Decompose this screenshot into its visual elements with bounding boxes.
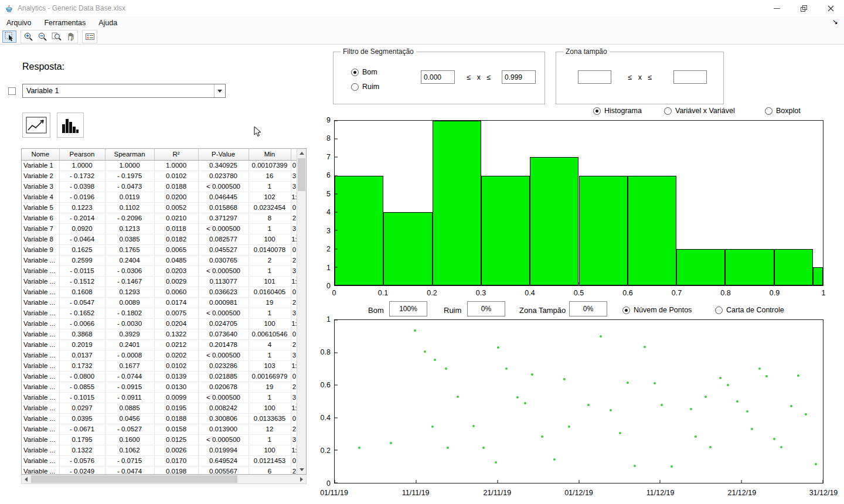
table-cell[interactable]: 0.1765 (105, 244, 154, 255)
table-cell[interactable]: Variable 1 (22, 160, 59, 171)
table-cell[interactable]: 0.0200 (154, 192, 198, 202)
table-cell[interactable]: - 0.0249 (59, 466, 105, 475)
line-chart-button[interactable] (22, 113, 50, 138)
table-cell[interactable]: 1 (249, 265, 291, 276)
legend-icon[interactable] (83, 30, 97, 43)
table-cell[interactable]: 0.0485 (154, 255, 198, 265)
table-cell[interactable]: 0.1213 (105, 223, 154, 234)
table-cell[interactable]: Variable ... (22, 318, 59, 329)
table-cell[interactable]: Variable 5 (22, 202, 59, 213)
table-cell[interactable]: Variable 7 (22, 223, 59, 234)
table-cell[interactable]: 19 (249, 297, 291, 308)
table-cell[interactable]: 0.0029 (154, 276, 198, 287)
zoom-out-icon[interactable] (35, 30, 49, 43)
table-row[interactable]: Variable ...- 0.0115- 0.03060.0203< 0.00… (22, 265, 298, 276)
table-row[interactable]: Variable ...- 0.0066- 0.00300.02040.0247… (22, 318, 298, 329)
table-cell[interactable]: 0.0118 (154, 223, 198, 234)
radio-histograma-icon[interactable] (593, 107, 601, 115)
table-cell[interactable]: - 0.0066 (59, 318, 105, 329)
table-cell[interactable]: < 0.000500 (198, 308, 249, 318)
table-cell[interactable]: 0.1600 (105, 434, 154, 445)
table-cell[interactable]: 0.0232454 (249, 202, 291, 213)
table-cell[interactable]: - 0.0547 (59, 297, 105, 308)
table-row[interactable]: Variable 11.00001.00001.00000.3409250.00… (22, 160, 298, 171)
table-row[interactable]: Variable 50.12230.11020.00520.0158680.02… (22, 202, 298, 213)
table-cell[interactable]: 2 (249, 255, 291, 265)
column-header[interactable]: R² (154, 149, 198, 160)
table-cell[interactable]: - 0.1732 (59, 171, 105, 181)
table-row[interactable]: Variable ...- 0.0576- 0.07150.01700.6495… (22, 455, 298, 466)
table-cell[interactable]: - 0.2014 (59, 213, 105, 223)
table-cell[interactable]: 0.000981 (198, 297, 249, 308)
menu-arquivo[interactable]: Arquivo (0, 17, 38, 29)
table-row[interactable]: Variable 3- 0.0398- 0.04730.0188< 0.0005… (22, 181, 298, 192)
table-cell[interactable]: 0.0456 (105, 413, 154, 424)
table-cell[interactable]: Variable ... (22, 403, 59, 413)
table-cell[interactable]: < 0.000500 (198, 265, 249, 276)
table-cell[interactable]: 0.0198 (154, 466, 198, 475)
variable-dropdown[interactable]: Variable 1 (22, 84, 226, 98)
scroll-left-arrow-icon[interactable] (22, 475, 30, 483)
table-cell[interactable]: - 0.0030 (105, 318, 154, 329)
table-row[interactable]: Variable ...0.02970.08850.01950.00824210… (22, 403, 298, 413)
table-row[interactable]: Variable ...- 0.0671- 0.05270.01580.0139… (22, 424, 298, 434)
maximize-button[interactable] (790, 0, 817, 16)
table-cell[interactable]: 0.0089 (105, 297, 154, 308)
table-cell[interactable]: 8 (249, 213, 291, 223)
radio-nuvem-de-pontos-icon[interactable] (622, 307, 630, 314)
table-cell[interactable]: 1 (249, 434, 291, 445)
scroll-up-arrow-icon[interactable] (297, 149, 306, 158)
table-cell[interactable]: 0.024705 (198, 318, 249, 329)
vertical-scrollbar-thumb[interactable] (298, 158, 305, 191)
table-cell[interactable]: - 0.1975 (105, 171, 154, 181)
close-button[interactable] (817, 0, 844, 16)
table-cell[interactable]: 1.0000 (59, 160, 105, 171)
table-vertical-scrollbar[interactable] (297, 149, 306, 474)
table-cell[interactable]: 0.046445 (198, 192, 249, 202)
radio-nuvem-de-pontos[interactable]: Núvem de Pontos (622, 306, 692, 314)
buffer-zone-max-input[interactable] (673, 70, 707, 84)
table-cell[interactable]: 103 (249, 360, 291, 371)
table-cell[interactable]: 0.1223 (59, 202, 105, 213)
table-cell[interactable]: 16 (249, 171, 291, 181)
table-cell[interactable]: 0.00166979 (249, 371, 291, 382)
table-cell[interactable]: 0.045527 (198, 244, 249, 255)
table-cell[interactable]: 0.1625 (59, 244, 105, 255)
table-cell[interactable]: 1 (249, 392, 291, 403)
table-cell[interactable]: < 0.000500 (198, 434, 249, 445)
horizontal-scrollbar-thumb[interactable] (31, 475, 237, 483)
table-cell[interactable]: 100 (249, 445, 291, 455)
table-cell[interactable]: 0.0140078 (249, 244, 291, 255)
table-cell[interactable]: 0.0121453 (249, 455, 291, 466)
table-cell[interactable]: 0.0920 (59, 223, 105, 234)
table-cell[interactable]: 0.0026 (154, 445, 198, 455)
table-cell[interactable]: 0.300806 (198, 413, 249, 424)
pan-hand-icon[interactable] (63, 30, 77, 43)
table-cell[interactable]: Variable 3 (22, 181, 59, 192)
table-cell[interactable]: < 0.000500 (198, 223, 249, 234)
table-cell[interactable]: Variable ... (22, 466, 59, 475)
table-row[interactable]: Variable ...- 0.0800- 0.07440.01390.0218… (22, 371, 298, 382)
table-cell[interactable]: 1 (249, 350, 291, 360)
table-cell[interactable]: 0.0212 (154, 339, 198, 350)
table-cell[interactable]: Variable ... (22, 455, 59, 466)
table-row[interactable]: Variable 70.09200.12130.0118< 0.00050013 (22, 223, 298, 234)
zoom-in-icon[interactable] (21, 30, 35, 43)
radio-carta-de-controle-icon[interactable] (715, 307, 723, 314)
table-cell[interactable]: Variable ... (22, 445, 59, 455)
table-cell[interactable]: 0.1322 (154, 329, 198, 339)
table-cell[interactable]: 0.0195 (154, 403, 198, 413)
table-cell[interactable]: 0.005567 (198, 466, 249, 475)
table-row[interactable]: Variable ...0.20190.24010.02120.20147842 (22, 339, 298, 350)
table-cell[interactable]: 0.021885 (198, 371, 249, 382)
table-cell[interactable]: 0.2404 (105, 255, 154, 265)
table-cell[interactable]: 0.0170 (154, 455, 198, 466)
radio-carta-de-controle[interactable]: Carta de Controle (715, 306, 784, 314)
table-row[interactable]: Variable ...0.03950.04560.01880.3008060.… (22, 413, 298, 424)
table-cell[interactable]: Variable ... (22, 287, 59, 297)
table-row[interactable]: Variable ...- 0.0855- 0.09150.01300.0206… (22, 382, 298, 392)
response-checkbox[interactable] (8, 87, 16, 95)
table-cell[interactable]: Variable ... (22, 339, 59, 350)
table-cell[interactable]: 100 (249, 403, 291, 413)
chevron-down-icon[interactable] (214, 84, 225, 97)
